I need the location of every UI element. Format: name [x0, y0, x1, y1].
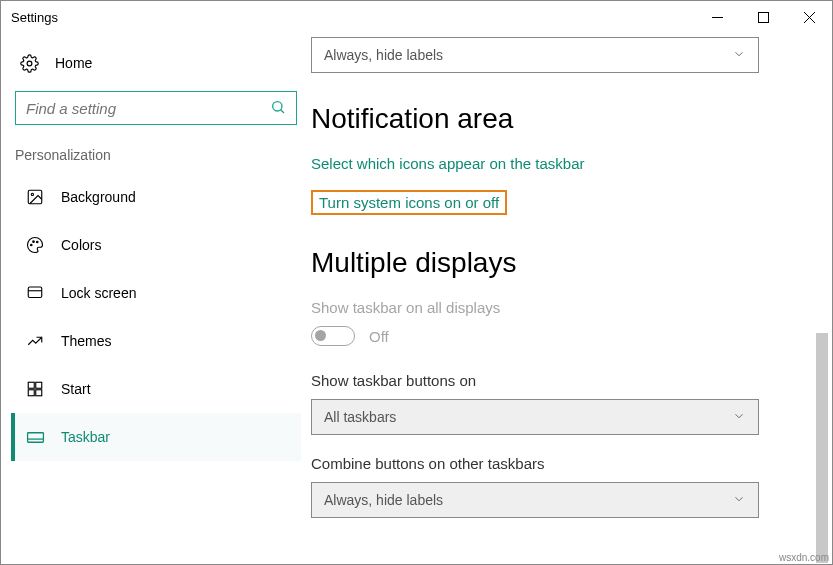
svg-line-6 [281, 109, 284, 112]
toggle-thumb [315, 330, 326, 341]
dropdown-value: All taskbars [324, 409, 396, 425]
search-icon [270, 99, 286, 118]
svg-point-10 [33, 241, 35, 243]
link-select-icons[interactable]: Select which icons appear on the taskbar [311, 155, 792, 172]
svg-point-11 [37, 241, 39, 243]
window-title: Settings [11, 10, 694, 25]
annotation-highlight: Turn system icons on or off [311, 190, 507, 215]
sidebar-item-label: Lock screen [61, 285, 136, 301]
label-combine-other: Combine buttons on other taskbars [311, 455, 792, 472]
sidebar-item-colors[interactable]: Colors [11, 221, 301, 269]
dropdown-combine-other[interactable]: Always, hide labels [311, 482, 759, 518]
search-input[interactable] [26, 100, 270, 117]
palette-icon [25, 235, 45, 255]
home-label: Home [55, 55, 92, 71]
label-show-buttons-on: Show taskbar buttons on [311, 372, 792, 389]
lock-screen-icon [25, 283, 45, 303]
chevron-down-icon [732, 492, 746, 509]
label-show-taskbar-all: Show taskbar on all displays [311, 299, 792, 316]
sidebar-home[interactable]: Home [11, 43, 301, 91]
dropdown-value: Always, hide labels [324, 47, 443, 63]
svg-rect-18 [27, 432, 43, 442]
image-icon [25, 187, 45, 207]
svg-rect-1 [758, 12, 768, 22]
svg-point-9 [31, 244, 33, 246]
watermark: wsxdn.com [779, 552, 829, 563]
svg-rect-12 [28, 287, 42, 298]
maximize-button[interactable] [740, 1, 786, 33]
sidebar-item-label: Background [61, 189, 136, 205]
start-icon [25, 379, 45, 399]
section-notification-area: Notification area [311, 103, 792, 135]
sidebar-item-taskbar[interactable]: Taskbar [11, 413, 301, 461]
sidebar-item-background[interactable]: Background [11, 173, 301, 221]
dropdown-show-buttons[interactable]: All taskbars [311, 399, 759, 435]
svg-rect-17 [36, 390, 42, 396]
toggle-show-taskbar-all[interactable]: Off [311, 326, 792, 346]
svg-point-8 [31, 193, 33, 195]
chevron-down-icon [732, 47, 746, 64]
dropdown-value: Always, hide labels [324, 492, 443, 508]
dropdown-combine-main[interactable]: Always, hide labels [311, 37, 759, 73]
scrollbar-thumb[interactable] [816, 333, 828, 563]
sidebar-item-lock-screen[interactable]: Lock screen [11, 269, 301, 317]
svg-rect-16 [28, 390, 34, 396]
sidebar-item-label: Start [61, 381, 91, 397]
sidebar-item-start[interactable]: Start [11, 365, 301, 413]
toggle-state: Off [369, 328, 389, 345]
sidebar-item-label: Themes [61, 333, 112, 349]
sidebar: Home Personalization Background Colo [1, 33, 311, 564]
taskbar-icon [25, 427, 45, 447]
toggle-track[interactable] [311, 326, 355, 346]
svg-point-4 [27, 61, 32, 66]
search-box[interactable] [15, 91, 297, 125]
sidebar-item-label: Colors [61, 237, 101, 253]
content-pane: Always, hide labels Notification area Se… [311, 33, 832, 564]
titlebar: Settings [1, 1, 832, 33]
svg-point-5 [273, 101, 282, 110]
sidebar-item-label: Taskbar [61, 429, 110, 445]
section-multiple-displays: Multiple displays [311, 247, 792, 279]
close-button[interactable] [786, 1, 832, 33]
themes-icon [25, 331, 45, 351]
minimize-button[interactable] [694, 1, 740, 33]
gear-icon [19, 53, 39, 73]
link-system-icons[interactable]: Turn system icons on or off [319, 194, 499, 211]
svg-rect-14 [28, 382, 34, 388]
sidebar-item-themes[interactable]: Themes [11, 317, 301, 365]
chevron-down-icon [732, 409, 746, 426]
svg-rect-15 [36, 382, 42, 388]
sidebar-section-title: Personalization [11, 147, 301, 173]
